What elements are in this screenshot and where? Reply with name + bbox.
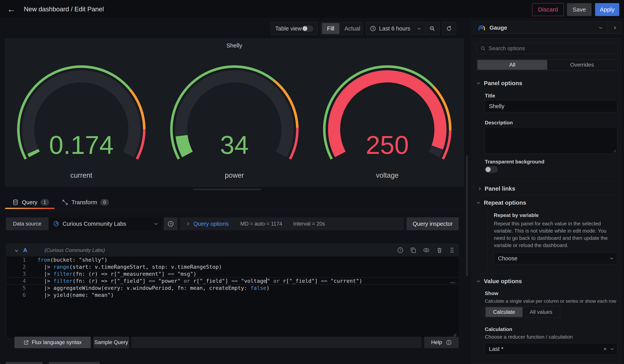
code-line-5[interactable]: 5 |> aggregateWindow(every: v.windowPeri…: [6, 285, 459, 292]
actual-option[interactable]: Actual: [339, 23, 365, 34]
svg-text:voltage: voltage: [376, 171, 399, 179]
collapse-query-icon[interactable]: [15, 249, 18, 252]
time-range-picker[interactable]: Last 6 hours: [366, 22, 440, 35]
query-datasource-hint: (Curious Community Labs): [45, 247, 105, 253]
delete-query-trash-icon[interactable]: [436, 247, 443, 253]
refresh-button[interactable]: [442, 22, 456, 35]
transform-count-badge: 0: [100, 199, 109, 206]
breadcrumb: New dashboard / Edit Panel: [24, 5, 104, 13]
chevron-down-icon: [599, 25, 602, 29]
viz-picker[interactable]: 79 Gauge: [473, 22, 621, 34]
chevron-down-icon: [418, 26, 421, 29]
repeat-variable-value: Choose: [498, 255, 518, 262]
query-help-icon[interactable]: ?: [397, 247, 404, 253]
gauge-panel: Shelly 0.174current 34power 250voltage: [5, 39, 464, 186]
repeat-variable-select[interactable]: Choose: [494, 252, 617, 264]
interval-text: Interval = 20s: [293, 221, 325, 227]
editor-resize-icon[interactable]: [452, 333, 457, 337]
svg-text:current: current: [70, 171, 92, 179]
drag-handle-icon[interactable]: [449, 247, 455, 253]
code-line-3[interactable]: 3 |> filter(fn: (r) => r["_measurement"]…: [6, 271, 459, 277]
clock-icon: [370, 25, 376, 31]
search-options-box[interactable]: [477, 43, 618, 54]
chevron-down-icon: [477, 201, 480, 204]
flux-code-editor[interactable]: 1from(bucket: "shelly")2 |> range(start:…: [6, 256, 459, 339]
gauge-power: 34power: [158, 62, 311, 183]
panel-title: Shelly: [5, 42, 464, 49]
tab-query[interactable]: Query 1: [12, 195, 49, 209]
code-line-2[interactable]: 2 |> range(start: v.timeRangeStart, stop…: [6, 263, 459, 271]
svg-text:?: ?: [399, 248, 401, 252]
gauge-voltage: 250voltage: [311, 62, 464, 183]
calculation-value: Last *: [489, 346, 503, 352]
query-header[interactable]: A (Curious Community Labs) ?: [6, 244, 458, 256]
chevron-down-icon: [611, 347, 614, 350]
save-button[interactable]: Save: [567, 3, 592, 16]
time-range-label: Last 6 hours: [379, 25, 410, 32]
value-options-title: Value options: [484, 278, 522, 285]
section-value-options[interactable]: Value options: [477, 278, 522, 285]
section-indent-guide: [488, 210, 488, 269]
tab-all[interactable]: All: [477, 60, 547, 70]
external-link-icon: [24, 340, 29, 345]
show-label: Show: [485, 290, 498, 296]
influxdb-icon: [53, 221, 59, 227]
indent-guide: [49, 264, 49, 298]
footer-spacer-bar: [131, 337, 421, 348]
all-overrides-tabs: All Overrides: [477, 59, 618, 70]
datasource-help-button[interactable]: ?: [164, 217, 178, 230]
code-line-1[interactable]: 1from(bucket: "shelly"): [6, 256, 459, 263]
max-data-points-text: MD = auto = 1174: [240, 221, 282, 227]
transparent-background-toggle[interactable]: [485, 166, 498, 173]
calculate-option[interactable]: Calculate: [486, 307, 522, 317]
discard-button[interactable]: Discard: [532, 3, 564, 16]
panel-title-input[interactable]: [485, 100, 617, 112]
add-query-button-partial[interactable]: [5, 362, 43, 364]
code-line-4[interactable]: 4 |> filter(fn: (r) => r["_field"] == "p…: [6, 277, 459, 285]
svg-text:power: power: [225, 171, 244, 179]
query-options-label: Query options: [193, 221, 229, 227]
query-ref-id: A: [23, 247, 27, 253]
chevron-down-icon: [155, 222, 157, 225]
database-icon: [12, 199, 19, 206]
help-button[interactable]: Help: [424, 337, 459, 348]
back-arrow-icon[interactable]: ←: [7, 4, 16, 14]
overview-ruler-mark: [450, 282, 455, 283]
query-options-bar[interactable]: Query options MD = auto = 1174 Interval …: [180, 217, 404, 230]
sample-query-button[interactable]: Sample Query: [93, 337, 129, 348]
tab-overrides[interactable]: Overrides: [547, 60, 617, 70]
show-description: Calculate a single value per column or s…: [485, 297, 620, 305]
code-line-6[interactable]: 6 |> yield(name: "mean"): [6, 292, 459, 298]
query-inspector-button[interactable]: Query inspector: [407, 217, 459, 230]
table-view-label: Table view: [275, 25, 302, 32]
duplicate-query-icon[interactable]: [410, 247, 416, 253]
table-view-control: Table view: [271, 22, 318, 35]
datasource-select[interactable]: Curious Community Labs: [49, 217, 162, 230]
disable-query-eye-icon[interactable]: [423, 247, 430, 254]
repeat-options-title: Repeat options: [484, 199, 526, 206]
query-transform-tabs: Query 1 Transform 0: [0, 195, 468, 209]
section-repeat-options[interactable]: Repeat options: [477, 199, 526, 206]
section-panel-options[interactable]: Panel options: [477, 80, 522, 87]
apply-button[interactable]: Apply: [595, 3, 619, 16]
panel-resize-handle[interactable]: [193, 189, 261, 190]
flux-syntax-button[interactable]: Flux language syntax: [14, 337, 91, 348]
collapse-pane-icon[interactable]: [613, 26, 616, 29]
description-textarea[interactable]: [485, 127, 617, 154]
gauge-current: 0.174current: [5, 62, 157, 183]
search-options-input[interactable]: [489, 45, 606, 51]
main-scrollbar[interactable]: [466, 155, 468, 276]
table-view-toggle[interactable]: [302, 25, 313, 32]
tab-transform[interactable]: Transform 0: [62, 195, 109, 209]
clear-icon[interactable]: ×: [603, 346, 607, 352]
calculation-select[interactable]: Last * ×: [485, 343, 617, 355]
gauges-row: 0.174current 34power 250voltage: [5, 62, 464, 183]
section-panel-links[interactable]: Panel links: [478, 185, 515, 192]
all-values-option[interactable]: All values: [522, 307, 559, 317]
datasource-name: Curious Community Labs: [63, 221, 126, 227]
textarea-resize-icon[interactable]: [612, 149, 616, 153]
tab-transform-label: Transform: [72, 199, 97, 206]
add-expression-button-partial[interactable]: [49, 362, 100, 364]
fill-option[interactable]: Fill: [322, 23, 339, 34]
zoom-out-icon[interactable]: [429, 25, 435, 32]
